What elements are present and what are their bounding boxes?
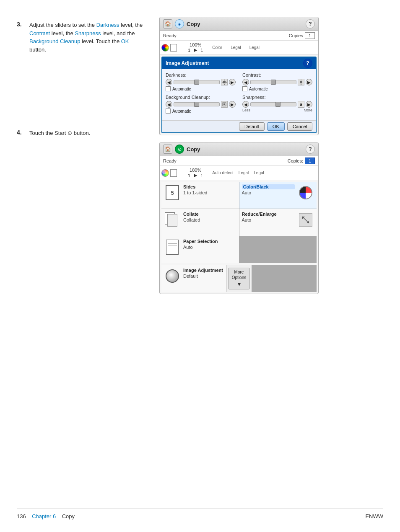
background-auto-label: Automatic <box>172 109 191 114</box>
collate-title: Collate <box>183 212 236 217</box>
panel2-home-button[interactable]: 🏠 <box>163 145 172 154</box>
darkness-auto-label: Automatic <box>172 87 191 91</box>
contrast-link[interactable]: Contrast <box>29 30 50 36</box>
image-adj-body: Darkness: ◀ <box>162 69 316 120</box>
svg-rect-3 <box>222 82 223 83</box>
image-adjustment-panel: Image Adjustment ? Darkness: ◀ <box>161 57 317 133</box>
contrast-field: Contrast: ◀ <box>242 72 312 91</box>
paper-selection-tile[interactable]: Paper Selection Auto <box>161 236 239 263</box>
color-block <box>161 44 177 52</box>
ok-button[interactable]: OK <box>267 122 285 131</box>
collate-value: Collated <box>183 217 236 222</box>
darkness-auto-checkbox[interactable] <box>166 86 171 91</box>
panel1-controls-row: 100% 1 ▶ 1 Color Legal Legal <box>160 41 318 55</box>
sides-value: 1 to 1-sided <box>183 190 236 195</box>
panel2-page-count-1: 1 <box>188 173 190 178</box>
panel2-copies-label: Copies: <box>288 158 303 163</box>
sides-tile[interactable]: 5 Sides 1 to 1-sided <box>161 182 239 209</box>
image-adj-help[interactable]: ? <box>303 59 312 68</box>
darkness-decrease-btn[interactable]: ◀ <box>166 79 172 85</box>
step-3-text: Adjust the sliders to set the Darkness l… <box>29 21 147 54</box>
document-icon <box>170 44 177 52</box>
page-count-1: 1 <box>188 48 190 53</box>
contrast-icon-svg <box>299 80 304 85</box>
panel2-page-count-2: 1 <box>200 173 203 178</box>
color-ball-icon <box>299 186 312 199</box>
sharpness-slider-track[interactable] <box>250 102 296 106</box>
color-black-icon <box>297 184 314 201</box>
help-button[interactable]: ? <box>306 19 315 28</box>
image-adj-bottom-value: Default <box>183 274 223 279</box>
sharpness-link[interactable]: Sharpness <box>75 30 101 36</box>
darkness-contrast-row: Darkness: ◀ <box>166 72 312 91</box>
image-adj-bottom-icon <box>164 268 181 284</box>
more-options-down-arrow-icon: ▾ <box>238 281 241 287</box>
background-slider-row: ◀ ▶ <box>166 101 236 108</box>
page-number: 136 <box>17 513 26 519</box>
darkness-link[interactable]: Darkness <box>96 22 119 28</box>
panel1-copies-field: Copies <box>289 32 315 39</box>
panel1-copies-input[interactable] <box>305 32 315 39</box>
collate-info: Collate Collated <box>183 212 236 222</box>
sharpness-slider-thumb[interactable] <box>275 102 281 107</box>
sharpness-decrease-btn[interactable]: ◀ <box>242 101 249 108</box>
more-options-label-line2: Options <box>232 275 246 280</box>
contrast-slider-track[interactable] <box>250 80 296 84</box>
contrast-increase-btn[interactable]: ▶ <box>306 79 312 85</box>
contrast-auto-checkbox[interactable] <box>242 86 247 91</box>
background-slider-track[interactable] <box>174 102 220 106</box>
reduce-enlarge-tile[interactable]: Reduce/Enlarge Auto <box>239 209 317 236</box>
svg-rect-5 <box>300 81 302 83</box>
darkness-icon <box>221 79 228 85</box>
sides-info: Sides 1 to 1-sided <box>183 184 236 195</box>
contrast-slider-row: ◀ <box>242 79 312 85</box>
footer-left: 136 Chapter 6 Copy <box>17 513 75 519</box>
more-options-cell[interactable]: More Options ▾ <box>226 265 252 292</box>
contrast-decrease-btn[interactable]: ◀ <box>242 79 249 85</box>
svg-rect-9 <box>223 103 225 105</box>
more-options-button[interactable]: More Options ▾ <box>228 268 250 289</box>
ok-link[interactable]: OK <box>121 38 129 44</box>
step-3-number: 3. <box>17 21 25 54</box>
background-decrease-btn[interactable]: ◀ <box>166 101 172 108</box>
paper-selection-value: Auto <box>183 245 236 250</box>
color-black-tile[interactable]: Color/Black Auto <box>239 182 317 209</box>
collate-tile[interactable]: Collate Collated <box>161 209 239 236</box>
color-label: Color <box>212 45 222 50</box>
home-button[interactable]: 🏠 <box>163 19 172 28</box>
svg-rect-7 <box>301 84 301 85</box>
sharpness-a-icon: a <box>298 101 304 108</box>
background-cleanup-link[interactable]: Background Cleanup <box>29 38 80 44</box>
sharpness-range-labels: Less More <box>242 108 312 112</box>
background-increase-btn[interactable]: ▶ <box>229 101 236 108</box>
default-button[interactable]: Default <box>239 122 265 131</box>
background-label: Background Cleanup: <box>166 95 236 100</box>
svg-rect-0 <box>223 81 226 83</box>
panel1-status-bar: Ready Copies <box>160 31 318 41</box>
footer-section: Copy <box>62 513 75 519</box>
background-auto-checkbox[interactable] <box>166 108 171 114</box>
svg-rect-6 <box>301 80 301 80</box>
svg-rect-2 <box>224 84 225 85</box>
copy-panel-2: 🏠 ⊙ Copy ? Ready Copies: <box>159 142 319 294</box>
darkness-slider-track[interactable] <box>174 80 220 84</box>
svg-rect-1 <box>224 80 225 80</box>
darkness-increase-btn[interactable]: ▶ <box>229 79 236 85</box>
svg-rect-4 <box>226 82 227 83</box>
sharpness-increase-btn[interactable]: ▶ <box>306 101 312 108</box>
image-adj-bottom-tile[interactable]: Image Adjustment Default <box>161 265 226 292</box>
step-4-text: Touch the Start ⊙ button. <box>29 129 90 137</box>
background-sharpness-row: Background Cleanup: ◀ <box>166 95 312 114</box>
darkness-sun-icon <box>222 80 227 85</box>
darkness-slider-thumb[interactable] <box>194 80 199 85</box>
cancel-button[interactable]: Cancel <box>287 122 312 131</box>
resize-arrows-icon <box>301 216 310 224</box>
paper-selection-info: Paper Selection Auto <box>183 239 236 250</box>
contrast-auto-label: Automatic <box>249 87 268 91</box>
panel2-help-button[interactable]: ? <box>306 145 315 154</box>
panel2-copies-input[interactable] <box>305 158 315 164</box>
background-slider-thumb[interactable] <box>194 102 199 107</box>
step-4: 4. Touch the Start ⊙ button. <box>17 129 147 137</box>
contrast-slider-thumb[interactable] <box>271 80 276 85</box>
chapter-label: Chapter 6 <box>32 513 56 519</box>
